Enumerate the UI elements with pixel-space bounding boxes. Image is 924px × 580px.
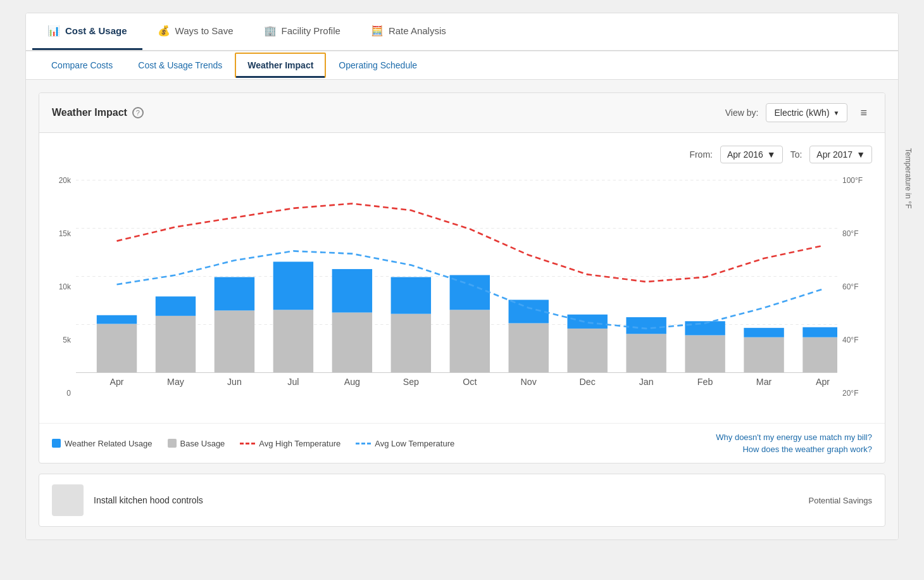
chart-controls: View by: Electric (kWh) ▼ ≡: [725, 103, 872, 122]
sub-tab-operating-schedule[interactable]: Operating Schedule: [326, 51, 430, 79]
chart-legend: Weather Related Usage Base Usage Avg Hig…: [39, 423, 885, 463]
bar-apr2-weather: [802, 327, 837, 337]
to-date-dropdown[interactable]: Apr 2017 ▼: [809, 146, 872, 163]
view-by-label: View by:: [725, 108, 759, 118]
svg-text:Sep: Sep: [403, 377, 420, 387]
svg-text:Jul: Jul: [287, 377, 299, 387]
bar-may-weather: [156, 296, 196, 316]
avg-low-temp-label: Avg Low Temperature: [375, 439, 454, 448]
bottom-card-savings-label: Potential Savings: [809, 496, 872, 505]
view-by-dropdown[interactable]: Electric (kWh) ▼: [766, 103, 847, 122]
bar-jul-base: [273, 310, 313, 372]
date-controls: From: Apr 2016 ▼ To: Apr 2017 ▼: [52, 146, 872, 163]
legend-base-usage: Base Usage: [168, 439, 225, 448]
from-arrow-icon: ▼: [767, 149, 776, 160]
bar-jun-base: [215, 310, 254, 372]
bar-sep-base: [391, 314, 431, 373]
chart-links: Why doesn't my energy use match my bill?…: [716, 432, 872, 454]
cost-usage-icon: 📊: [47, 25, 60, 37]
sub-nav: Compare Costs Cost & Usage Trends Weathe…: [26, 51, 898, 80]
bar-feb-base: [685, 335, 725, 372]
svg-text:Feb: Feb: [697, 377, 713, 387]
chart-header: Weather Impact ? View by: Electric (kWh)…: [39, 93, 885, 133]
ways-to-save-icon: 💰: [158, 25, 170, 37]
ways-to-save-label: Ways to Save: [175, 25, 234, 36]
bottom-card: Install kitchen hood controls Potential …: [39, 474, 885, 527]
bar-apr-base: [97, 324, 137, 373]
weather-related-label: Weather Related Usage: [65, 439, 153, 448]
svg-text:Apr: Apr: [816, 377, 830, 387]
to-label: To:: [790, 149, 802, 160]
chart-inner: Apr May Jun Jul Aug Sep Oct Nov Dec Jan …: [76, 173, 837, 417]
svg-text:Nov: Nov: [521, 377, 537, 387]
bottom-card-text: Install kitchen hood controls: [94, 495, 203, 505]
dropdown-arrow-icon: ▼: [833, 110, 840, 117]
svg-text:Dec: Dec: [580, 377, 596, 387]
from-date-value: Apr 2016: [727, 149, 763, 160]
bar-dec-weather: [567, 315, 607, 329]
to-date-value: Apr 2017: [816, 149, 852, 160]
main-content: Weather Impact ? View by: Electric (kWh)…: [26, 80, 898, 539]
from-date-dropdown[interactable]: Apr 2016 ▼: [720, 146, 783, 163]
svg-text:Oct: Oct: [463, 377, 477, 387]
rate-analysis-icon: 🧮: [371, 25, 384, 37]
y-axis-left: 20k 15k 10k 5k 0: [52, 173, 76, 417]
top-nav: 📊 Cost & Usage 💰 Ways to Save 🏢 Facility…: [26, 13, 898, 51]
svg-text:Apr: Apr: [109, 377, 123, 387]
tab-ways-to-save[interactable]: 💰 Ways to Save: [142, 13, 249, 50]
bar-nov-base: [509, 323, 549, 372]
to-arrow-icon: ▼: [856, 149, 865, 160]
bar-jan-weather: [626, 317, 666, 334]
sub-tab-weather-impact[interactable]: Weather Impact: [235, 53, 326, 78]
bar-apr-weather: [97, 315, 137, 324]
facility-profile-label: Facility Profile: [282, 25, 340, 36]
legend-weather-related: Weather Related Usage: [52, 439, 153, 448]
bar-nov-weather: [509, 300, 549, 324]
bar-may-base: [156, 316, 196, 373]
menu-icon[interactable]: ≡: [855, 104, 872, 122]
avg-high-temp-line: [117, 204, 823, 282]
chart-title: Weather Impact: [52, 107, 127, 118]
help-icon[interactable]: ?: [132, 107, 144, 118]
base-usage-swatch: [168, 439, 177, 448]
svg-text:Mar: Mar: [756, 377, 772, 387]
sub-tab-cost-usage-trends[interactable]: Cost & Usage Trends: [125, 51, 235, 79]
bar-sep-weather: [391, 277, 431, 314]
tab-cost-usage[interactable]: 📊 Cost & Usage: [32, 13, 142, 50]
weather-impact-card: Weather Impact ? View by: Electric (kWh)…: [39, 92, 885, 463]
bar-dec-base: [567, 329, 607, 373]
main-container: 📊 Cost & Usage 💰 Ways to Save 🏢 Facility…: [25, 13, 899, 540]
svg-text:Aug: Aug: [344, 377, 360, 387]
tab-facility-profile[interactable]: 🏢 Facility Profile: [249, 13, 356, 50]
bar-oct-base: [450, 310, 490, 372]
bar-jan-base: [626, 334, 666, 372]
chart-area: 20k 15k 10k 5k 0: [52, 173, 872, 417]
weather-related-swatch: [52, 439, 61, 448]
facility-profile-icon: 🏢: [264, 25, 277, 37]
y-axis-right: 100°F 80°F 60°F 40°F 20°F: [837, 173, 872, 417]
chart-body: From: Apr 2016 ▼ To: Apr 2017 ▼ 20k: [39, 133, 885, 423]
bar-jun-weather: [215, 277, 254, 311]
rate-analysis-label: Rate Analysis: [389, 25, 446, 36]
energy-bill-link[interactable]: Why doesn't my energy use match my bill?: [716, 432, 872, 442]
bar-mar-weather: [744, 328, 784, 337]
bar-jul-weather: [273, 262, 313, 310]
bar-aug-base: [332, 313, 372, 373]
svg-text:Jun: Jun: [227, 377, 242, 387]
sub-tab-compare-costs[interactable]: Compare Costs: [39, 51, 125, 79]
view-by-value: Electric (kWh): [774, 108, 829, 118]
base-usage-label: Base Usage: [180, 439, 225, 448]
chart-svg: Apr May Jun Jul Aug Sep Oct Nov Dec Jan …: [76, 173, 837, 414]
bar-mar-base: [744, 337, 784, 373]
svg-text:Jan: Jan: [639, 377, 654, 387]
legend-avg-low-temp: Avg Low Temperature: [356, 439, 454, 448]
bar-apr2-base: [802, 337, 837, 373]
chart-title-area: Weather Impact ?: [52, 107, 144, 118]
bar-aug-weather: [332, 269, 372, 313]
weather-graph-link[interactable]: How does the weather graph work?: [742, 444, 872, 454]
avg-high-temp-swatch: [240, 443, 255, 444]
svg-text:May: May: [167, 377, 184, 387]
tab-rate-analysis[interactable]: 🧮 Rate Analysis: [356, 13, 461, 50]
bottom-card-icon: [52, 484, 84, 516]
cost-usage-label: Cost & Usage: [65, 25, 127, 36]
